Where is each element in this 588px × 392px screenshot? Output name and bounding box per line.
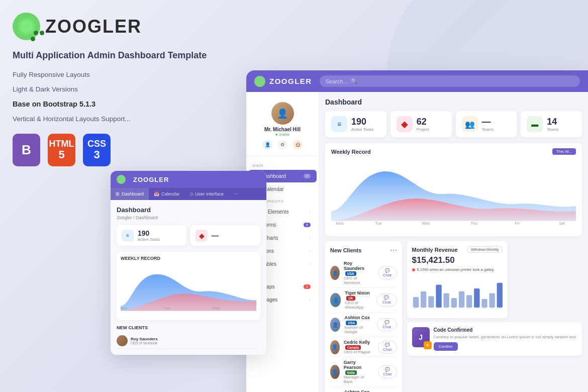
confirm-button[interactable]: Confirm — [434, 342, 458, 351]
bootstrap-badge: B — [13, 134, 40, 166]
svg-rect-10 — [421, 291, 426, 308]
clients-menu[interactable]: ⋯ — [390, 246, 397, 254]
svg-text:5: 5 — [445, 306, 446, 309]
svg-text:Wed: Wed — [213, 307, 220, 310]
small-brand-name: ZOOGLER — [133, 176, 169, 183]
client-avatar-0: 👤 — [330, 266, 340, 280]
revenue-amount: $15,421.50 — [412, 255, 503, 265]
svg-text:9: 9 — [475, 306, 477, 309]
stat-tasks-info: 190 Active Tasks — [351, 117, 373, 132]
client-info-3: Cedric Kelly Canada CEO of Paypal — [344, 340, 374, 354]
stat-card-tasks: ≡ 190 Active Tasks — [325, 111, 386, 137]
svg-text:3: 3 — [430, 306, 431, 309]
small-client-info: Roy Saunders CEO of facebook — [131, 337, 260, 345]
small-stat-tasks: ≡ 190 Active Tasks — [117, 225, 186, 246]
withdraw-button[interactable]: Withdraw Monthly — [467, 246, 503, 253]
client-tag-0: USA — [345, 271, 356, 276]
tagline: Multi Application Admin Dashboard Templa… — [13, 50, 254, 61]
teams-label: Teams — [482, 127, 494, 132]
client-avatar-2: 👤 — [330, 318, 340, 332]
chat-btn-2[interactable]: 💬 Chat — [377, 318, 397, 331]
teams2-label: Teams — [547, 127, 559, 132]
user-icon-btn[interactable]: 👤 — [262, 140, 272, 150]
client-name-1: Tiger Nixon UK — [345, 290, 372, 301]
svg-text:10: 10 — [482, 306, 485, 309]
client-tag-1: UK — [346, 296, 355, 301]
small-nav-calendar[interactable]: 📅Calendar — [149, 188, 185, 200]
project-number: 62 — [417, 117, 429, 127]
stat-card-teams: 👥 — Teams — [456, 111, 517, 137]
tasks-number: 190 — [351, 117, 373, 127]
svg-rect-17 — [474, 288, 479, 308]
brand-logo — [13, 13, 40, 40]
small-stat-project: ◆ — — [190, 225, 260, 246]
small-nav-dashboard[interactable]: ⊞Dashboard — [111, 188, 149, 200]
stat-teams-info: — Teams — [482, 117, 494, 132]
client-role-0: CEO of facebook — [344, 276, 374, 285]
chat-btn-4[interactable]: 💬 Chat — [378, 365, 397, 378]
maps-badge: 2 — [304, 284, 311, 289]
client-role-3: CEO of Paypal — [344, 350, 374, 354]
client-info-2: Ashton Cox USA founder of Google — [344, 315, 373, 334]
small-chart-area: WEEKLY RECORD Mon Tue — [117, 252, 260, 320]
logo-dot-3 — [31, 37, 35, 41]
bottom-row: New Clients ⋯ 👤 Roy Saunders USA CEO of … — [325, 241, 582, 392]
small-task-icon: ≡ — [122, 230, 134, 242]
stat-project-info: 62 Project — [417, 117, 429, 132]
left-panel: ZOOGLER Multi Application Admin Dashboar… — [13, 13, 254, 181]
logo-dot-2 — [40, 31, 44, 35]
settings-icon-btn[interactable]: ⚙ — [277, 140, 287, 150]
code-text: Code Confirmed Contrary to popular belie… — [434, 327, 577, 351]
client-role-2: founder of Google — [344, 325, 373, 334]
small-nav-more[interactable]: ⋯ — [229, 188, 243, 200]
small-project-icon: ◆ — [195, 230, 208, 242]
chat-btn-0[interactable]: 💬 Chat — [378, 266, 397, 279]
small-dash-header: ZOOGLER — [111, 171, 266, 188]
svg-text:8: 8 — [467, 306, 469, 309]
small-client-avatar — [117, 335, 128, 346]
small-clients-title: NEW CLIENTS — [117, 325, 260, 330]
client-row-4: 👤 Garry Pearson India Manager of Bank 💬 … — [330, 357, 397, 387]
project-icon: ◆ — [397, 116, 413, 132]
main-search-area[interactable]: Search... 🔍 — [320, 75, 580, 87]
small-nav-ui[interactable]: ◇User Interface — [185, 188, 229, 200]
small-client-name: Roy Saunders — [131, 337, 260, 341]
tech-badges: B HTML 5 CSS 3 — [13, 134, 254, 166]
client-tag-4: India — [345, 370, 357, 375]
client-name-5: Ashton Cox Africa — [344, 389, 373, 392]
small-stat-project-info: — — [212, 232, 219, 240]
db-icon: ▬ — [527, 116, 543, 132]
sidebar-icons-row: 👤 ⚙ ⏻ — [252, 140, 313, 150]
small-dash-title: Dashboard — [117, 206, 260, 214]
pages-chevron: › — [309, 298, 311, 302]
client-info-0: Roy Saunders USA CEO of facebook — [344, 261, 374, 285]
feature-3: Base on Bootstrap 5.1.3 — [13, 99, 254, 109]
small-stat-row: ≡ 190 Active Tasks ◆ — — [117, 225, 260, 246]
dashboard-badge: 7 — [304, 174, 311, 178]
sidebar-user: 👤 Mr. Michael Hill ● online 👤 ⚙ ⏻ — [246, 98, 319, 156]
small-dash-body: Dashboard Zoogler / Dashboard ≡ 190 Acti… — [111, 200, 266, 355]
chart-title: Weekly Record — [331, 149, 371, 155]
main-layout: 👤 Mr. Michael Hill ● online 👤 ⚙ ⏻ Main ⊞… — [246, 92, 588, 392]
clients-title: New Clients — [330, 247, 361, 253]
ui-chevron: › — [309, 210, 311, 214]
small-clients: NEW CLIENTS Roy Saunders CEO of facebook — [117, 325, 260, 349]
client-avatar-4: 👤 — [330, 365, 340, 379]
main-brand: ZOOGLER — [269, 77, 312, 85]
chat-btn-1[interactable]: 💬 Chat — [376, 293, 397, 307]
client-name-4: Garry Pearson India — [344, 360, 374, 375]
brand-name: ZOOGLER — [45, 16, 142, 37]
chat-btn-3[interactable]: 💬 Chat — [378, 341, 397, 354]
svg-text:7: 7 — [460, 306, 461, 309]
logout-icon-btn[interactable]: ⏻ — [292, 140, 303, 150]
logo-dot-1 — [34, 31, 38, 35]
html5-badge: HTML 5 — [48, 134, 75, 166]
sidebar-section-main: Main — [246, 160, 319, 169]
small-client-role: CEO of facebook — [131, 341, 260, 345]
features-list: Fully Responsive Layouts Light & Dark Ve… — [13, 70, 254, 124]
client-row-5: 👤 Ashton Cox Africa founder of Google 💬 … — [330, 387, 397, 392]
tables-chevron: › — [309, 262, 311, 266]
svg-text:Fri: Fri — [515, 221, 519, 226]
stat-card-teams2: ▬ 14 Teams — [521, 111, 582, 137]
client-info-4: Garry Pearson India Manager of Bank — [344, 360, 374, 384]
